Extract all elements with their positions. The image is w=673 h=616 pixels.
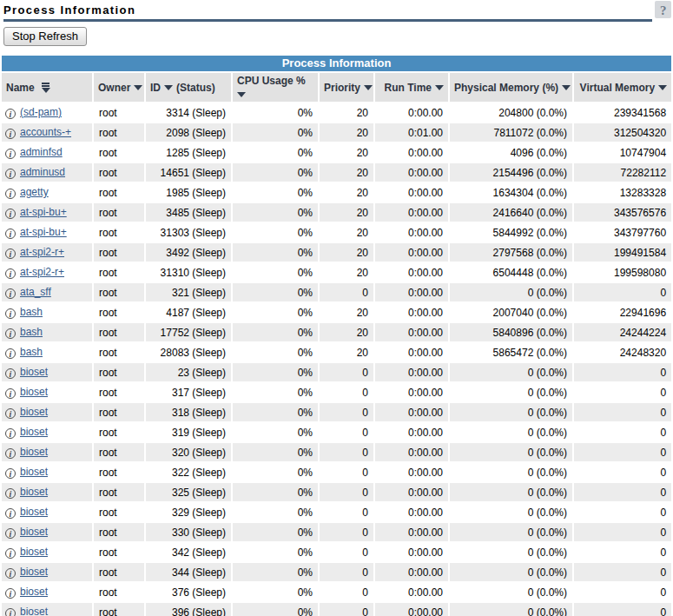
cpu-usage-cell: 0% <box>233 343 318 361</box>
column-label-status-suffix: (Status) <box>176 82 215 94</box>
column-header-virtual-memory[interactable]: Virtual Memory <box>574 73 671 102</box>
info-icon[interactable]: i <box>5 129 16 139</box>
process-name-link[interactable]: bioset <box>20 506 48 518</box>
info-icon[interactable]: i <box>5 149 16 159</box>
process-name-link[interactable]: ata_sff <box>20 286 51 298</box>
priority-cell: 0 <box>320 283 373 301</box>
owner-cell: root <box>94 263 144 282</box>
info-icon[interactable]: i <box>5 528 16 539</box>
info-icon[interactable]: i <box>5 468 16 479</box>
physical-memory-cell: 0 (0.0%) <box>450 583 572 601</box>
info-icon[interactable]: i <box>5 588 16 599</box>
column-header-physical-memory[interactable]: Physical Memory (%) <box>450 73 572 102</box>
physical-memory-cell: 2797568 (0.0%) <box>450 243 572 262</box>
info-icon[interactable]: i <box>5 368 16 379</box>
column-header-priority[interactable]: Priority <box>320 73 373 102</box>
process-name-link[interactable]: bioset <box>20 426 48 438</box>
run-time-cell: 0:00.00 <box>375 363 448 381</box>
process-table-container: Process Information Name Owner ID(Status… <box>0 54 673 616</box>
sort-triangle-icon[interactable] <box>134 85 142 90</box>
column-header-name[interactable]: Name <box>2 73 92 102</box>
process-name-link[interactable]: bioset <box>20 546 48 558</box>
process-name-link[interactable]: bioset <box>20 366 48 378</box>
process-name-link[interactable]: bioset <box>20 526 48 538</box>
info-icon[interactable]: i <box>5 169 16 179</box>
process-name-link[interactable]: bash <box>20 306 43 318</box>
info-icon[interactable]: i <box>5 248 16 259</box>
owner-cell: root <box>94 323 144 341</box>
process-name-link[interactable]: bioset <box>20 386 48 398</box>
sort-triangle-icon[interactable] <box>237 92 246 97</box>
priority-cell: 0 <box>320 403 373 421</box>
info-icon[interactable]: i <box>5 608 16 616</box>
column-header-owner[interactable]: Owner <box>94 73 144 102</box>
sort-triangle-icon[interactable] <box>164 85 173 90</box>
process-name-link[interactable]: bash <box>20 326 43 338</box>
stop-refresh-button[interactable]: Stop Refresh <box>3 27 87 46</box>
process-name-link[interactable]: at-spi2-r+ <box>20 246 64 258</box>
info-icon[interactable]: i <box>5 348 16 359</box>
run-time-cell: 0:00.00 <box>375 383 448 401</box>
info-icon[interactable]: i <box>5 328 16 339</box>
info-icon[interactable]: i <box>5 308 16 319</box>
process-name-link[interactable]: bioset <box>20 446 48 458</box>
process-name-link[interactable]: bioset <box>20 566 48 578</box>
process-name-link[interactable]: at-spi-bu+ <box>20 226 67 238</box>
info-icon[interactable]: i <box>5 288 16 299</box>
cpu-usage-cell: 0% <box>233 243 318 262</box>
process-name-link[interactable]: adminusd <box>20 166 65 178</box>
table-row: iat-spi-bu+ root 31303 (Sleep) 0% 20 0:0… <box>2 223 671 242</box>
table-row: ibash root 17752 (Sleep) 0% 20 0:00.00 5… <box>2 323 671 341</box>
process-name-link[interactable]: agetty <box>20 186 49 198</box>
help-icon[interactable]: ? <box>655 1 671 18</box>
physical-memory-cell: 0 (0.0%) <box>450 503 572 521</box>
owner-cell: root <box>94 183 144 202</box>
info-icon[interactable]: i <box>5 408 16 419</box>
process-name-link[interactable]: bioset <box>20 486 48 498</box>
process-name-link[interactable]: bioset <box>20 606 48 616</box>
info-icon[interactable]: i <box>5 109 16 119</box>
info-icon[interactable]: i <box>5 268 16 279</box>
sort-triangle-icon[interactable] <box>435 85 444 90</box>
info-icon[interactable]: i <box>5 388 16 399</box>
virtual-memory-cell: 343797760 <box>574 223 671 242</box>
process-name-link[interactable]: adminfsd <box>20 146 63 158</box>
sort-triangle-icon[interactable] <box>364 85 373 90</box>
run-time-cell: 0:00.00 <box>375 303 448 321</box>
info-icon[interactable]: i <box>5 229 16 239</box>
id-status-cell: 322 (Sleep) <box>146 463 231 481</box>
process-name-link[interactable]: bioset <box>20 406 48 418</box>
process-name-link[interactable]: accounts-+ <box>20 126 71 138</box>
sort-ascending-icon[interactable] <box>42 83 50 93</box>
virtual-memory-cell: 312504320 <box>574 123 671 142</box>
column-header-cpu-usage[interactable]: CPU Usage % <box>233 73 318 102</box>
cpu-usage-cell: 0% <box>233 103 318 122</box>
cpu-usage-cell: 0% <box>233 463 318 481</box>
info-icon[interactable]: i <box>5 508 16 519</box>
info-icon[interactable]: i <box>5 568 16 579</box>
virtual-memory-cell: 22941696 <box>574 303 671 321</box>
info-icon[interactable]: i <box>5 209 16 219</box>
priority-cell: 20 <box>320 263 373 282</box>
id-status-cell: 28083 (Sleep) <box>146 343 231 361</box>
physical-memory-cell: 5844992 (0.0%) <box>450 223 572 242</box>
info-icon[interactable]: i <box>5 488 16 499</box>
process-name-link[interactable]: bash <box>20 346 43 358</box>
column-header-id-status[interactable]: ID(Status) <box>146 73 231 102</box>
process-name-link[interactable]: bioset <box>20 466 48 478</box>
table-row: iagetty root 1985 (Sleep) 0% 20 0:00.00 … <box>2 183 671 202</box>
info-icon[interactable]: i <box>5 448 16 459</box>
process-name-link[interactable]: bioset <box>20 586 48 598</box>
process-name-link[interactable]: at-spi-bu+ <box>20 206 67 218</box>
column-header-run-time[interactable]: Run Time <box>375 73 448 102</box>
info-icon[interactable]: i <box>5 428 16 439</box>
process-name-cell: ibash <box>2 343 92 361</box>
sort-triangle-icon[interactable] <box>658 85 667 90</box>
process-name-cell: ibioset <box>2 423 92 441</box>
info-icon[interactable]: i <box>5 548 16 559</box>
process-name-link[interactable]: at-spi2-r+ <box>20 266 64 278</box>
sort-triangle-icon[interactable] <box>562 85 571 90</box>
info-icon[interactable]: i <box>5 189 16 199</box>
process-name-link[interactable]: (sd-pam) <box>20 106 62 118</box>
process-name-cell: ibioset <box>2 443 92 461</box>
